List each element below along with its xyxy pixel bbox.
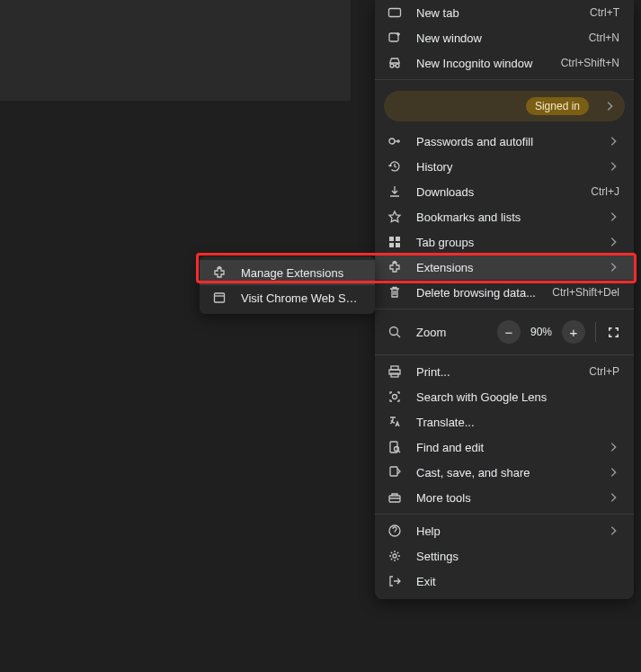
menu-label: Delete browsing data... xyxy=(416,286,545,300)
menu-item-history[interactable]: History xyxy=(375,154,634,179)
menu-item-print[interactable]: Print... Ctrl+P xyxy=(375,359,634,384)
svg-point-20 xyxy=(393,554,396,558)
menu-item-translate[interactable]: Translate... xyxy=(375,409,634,435)
menu-label: Downloads xyxy=(416,185,583,199)
separator xyxy=(375,354,634,355)
exit-icon xyxy=(387,574,402,588)
find-icon xyxy=(387,440,402,454)
menu-item-new-window[interactable]: New window Ctrl+N xyxy=(375,25,634,50)
trash-icon xyxy=(387,285,402,300)
svg-point-4 xyxy=(389,139,395,144)
separator xyxy=(375,514,634,515)
zoom-in-button[interactable]: + xyxy=(562,320,585,344)
menu-label: Find and edit xyxy=(416,441,600,454)
submenu-label: Visit Chrome Web Store xyxy=(241,291,361,305)
menu-item-exit[interactable]: Exit xyxy=(375,569,634,594)
zoom-out-button[interactable]: − xyxy=(497,320,521,344)
chevron-right-icon xyxy=(603,100,616,112)
menu-item-tab-groups[interactable]: Tab groups xyxy=(375,229,634,255)
menu-label: Bookmarks and lists xyxy=(416,211,600,224)
menu-item-passwords[interactable]: Passwords and autofill xyxy=(375,129,634,154)
chevron-right-icon xyxy=(607,160,619,173)
menu-label: New window xyxy=(416,31,582,45)
grid-icon xyxy=(387,235,402,249)
svg-rect-17 xyxy=(390,467,397,476)
menu-item-new-tab[interactable]: New tab Ctrl+T xyxy=(375,0,634,25)
svg-rect-0 xyxy=(389,9,401,17)
chevron-right-icon xyxy=(607,236,619,248)
submenu-item-visit-web-store[interactable]: Visit Chrome Web Store xyxy=(200,285,375,310)
svg-rect-8 xyxy=(396,243,400,247)
menu-label: Tab groups xyxy=(416,236,600,249)
menu-item-downloads[interactable]: Downloads Ctrl+J xyxy=(375,179,634,204)
svg-rect-6 xyxy=(396,237,400,241)
toolbox-icon xyxy=(387,490,402,505)
menu-shortcut: Ctrl+N xyxy=(589,31,619,44)
cast-icon xyxy=(387,465,402,479)
submenu-label: Manage Extensions xyxy=(241,266,361,280)
menu-item-incognito[interactable]: New Incognito window Ctrl+Shift+N xyxy=(375,50,634,76)
menu-shortcut: Ctrl+Shift+Del xyxy=(552,286,619,299)
zoom-icon xyxy=(387,325,402,339)
lens-icon xyxy=(387,390,402,404)
menu-item-bookmarks[interactable]: Bookmarks and lists xyxy=(375,204,634,229)
menu-item-more-tools[interactable]: More tools xyxy=(375,485,634,510)
divider xyxy=(595,322,596,342)
web-store-icon xyxy=(212,291,227,305)
svg-point-16 xyxy=(395,447,399,452)
chevron-right-icon xyxy=(607,261,619,273)
print-icon xyxy=(387,364,402,379)
menu-shortcut: Ctrl+Shift+N xyxy=(561,57,619,69)
incognito-icon xyxy=(387,56,402,70)
signed-in-badge: Signed in xyxy=(526,97,589,115)
profile-section: Signed in xyxy=(375,84,634,129)
zoom-label: Zoom xyxy=(416,326,494,339)
separator xyxy=(375,79,634,80)
menu-item-extensions[interactable]: Extensions xyxy=(375,255,634,280)
fullscreen-button[interactable] xyxy=(601,320,625,344)
svg-rect-5 xyxy=(389,237,394,241)
menu-label: More tools xyxy=(416,491,600,505)
key-icon xyxy=(387,134,402,148)
chevron-right-icon xyxy=(607,441,619,453)
chevron-right-icon xyxy=(607,491,619,504)
menu-item-delete-browsing-data[interactable]: Delete browsing data... Ctrl+Shift+Del xyxy=(375,280,634,305)
menu-item-google-lens[interactable]: Search with Google Lens xyxy=(375,384,634,409)
svg-point-10 xyxy=(390,327,398,336)
menu-label: Translate... xyxy=(416,416,619,429)
menu-label: Settings xyxy=(416,550,619,563)
menu-label: Passwords and autofill xyxy=(416,135,600,148)
separator xyxy=(375,309,634,309)
zoom-controls: Zoom − 90% + xyxy=(375,313,634,351)
menu-label: History xyxy=(416,160,600,174)
background-panel xyxy=(0,0,351,101)
new-window-icon xyxy=(387,31,402,45)
menu-shortcut: Ctrl+J xyxy=(591,185,619,198)
download-icon xyxy=(387,184,402,199)
submenu-item-manage-extensions[interactable]: Manage Extensions xyxy=(200,260,375,285)
menu-item-cast-save-share[interactable]: Cast, save, and share xyxy=(375,460,634,485)
menu-shortcut: Ctrl+T xyxy=(590,6,619,19)
menu-label: New Incognito window xyxy=(416,57,554,70)
menu-item-settings[interactable]: Settings xyxy=(375,543,634,569)
star-icon xyxy=(387,210,402,224)
menu-label: Extensions xyxy=(416,261,600,274)
extension-icon xyxy=(212,265,227,280)
menu-item-find-and-edit[interactable]: Find and edit xyxy=(375,435,634,460)
zoom-value: 90% xyxy=(523,326,559,338)
menu-label: Help xyxy=(416,524,600,538)
tab-icon xyxy=(387,5,402,20)
menu-label: Print... xyxy=(416,365,582,379)
extension-icon xyxy=(387,260,402,274)
menu-shortcut: Ctrl+P xyxy=(589,365,619,378)
menu-label: New tab xyxy=(416,6,583,20)
extensions-submenu: Manage Extensions Visit Chrome Web Store xyxy=(200,256,375,314)
svg-rect-13 xyxy=(391,373,398,377)
history-icon xyxy=(387,159,402,174)
menu-label: Cast, save, and share xyxy=(416,466,600,479)
menu-label: Search with Google Lens xyxy=(416,390,619,404)
chevron-right-icon xyxy=(607,211,619,223)
profile-pill[interactable]: Signed in xyxy=(384,91,625,121)
menu-item-help[interactable]: Help xyxy=(375,518,634,543)
help-icon xyxy=(387,524,402,538)
